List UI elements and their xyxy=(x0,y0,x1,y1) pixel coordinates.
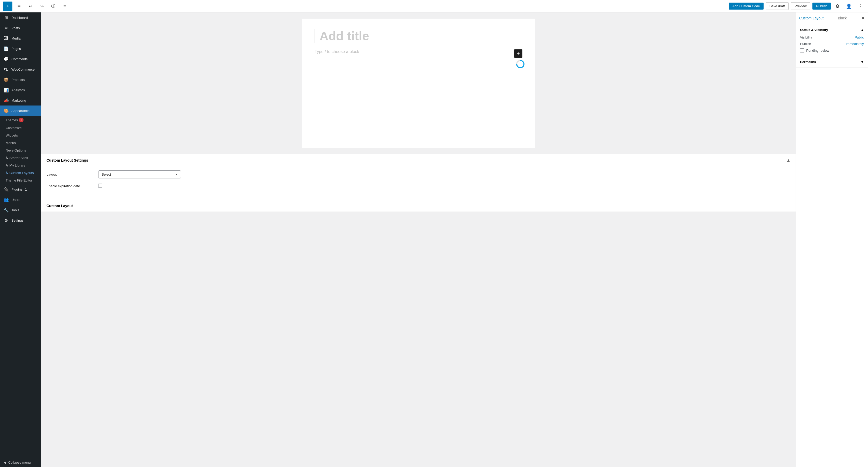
sidebar-item-label: Products xyxy=(11,78,25,82)
sidebar-item-comments[interactable]: 💬 Comments xyxy=(0,54,41,64)
sidebar: ⊞ Dashboard ✏ Posts 🖼 Media 📄 Pages 💬 Co… xyxy=(0,12,41,467)
tab-custom-layout[interactable]: Custom Layout xyxy=(796,12,827,24)
posts-icon: ✏ xyxy=(4,25,9,30)
editor-content-area[interactable]: Type / to choose a block + xyxy=(315,49,522,54)
close-right-panel-button[interactable]: ✕ xyxy=(858,12,868,24)
pending-review-label: Pending review xyxy=(806,49,829,53)
expiration-row: Enable expiration date xyxy=(46,183,790,188)
add-block-inline-button[interactable]: + xyxy=(514,49,522,58)
sidebar-item-label: Comments xyxy=(11,57,28,61)
publish-meta-label: Publish xyxy=(800,42,811,46)
sidebar-item-analytics[interactable]: 📊 Analytics xyxy=(0,85,41,95)
more-options-button[interactable]: ⋮ xyxy=(856,2,865,11)
sidebar-sub-item-customize[interactable]: Customize xyxy=(0,124,41,132)
expiration-checkbox[interactable] xyxy=(98,183,102,188)
undo-button[interactable]: ↩ xyxy=(26,2,35,11)
plugins-badge: 1 xyxy=(25,187,27,191)
sidebar-sub-item-themes[interactable]: Themes 1 xyxy=(0,116,41,124)
media-icon: 🖼 xyxy=(4,36,9,41)
sidebar-item-appearance[interactable]: 🎨 Appearance xyxy=(0,106,41,116)
sidebar-item-label: Dashboard xyxy=(11,16,28,20)
custom-layout-settings-panel: Custom Layout Settings ▲ Layout Select H… xyxy=(41,154,796,200)
publish-meta-value[interactable]: Immediately xyxy=(846,42,864,46)
editor-area: Add title Type / to choose a block + Cus… xyxy=(41,12,796,467)
sidebar-item-settings[interactable]: ⚙ Settings xyxy=(0,215,41,226)
neve-options-label: Neve Options xyxy=(6,148,26,152)
save-draft-button[interactable]: Save draft xyxy=(766,2,788,10)
sidebar-sub-item-neve-options[interactable]: Neve Options xyxy=(0,147,41,154)
pages-icon: 📄 xyxy=(4,46,9,51)
chevron-up-icon: ▲ xyxy=(786,158,790,163)
tools-icon: 🔧 xyxy=(4,207,9,212)
right-panel: Custom Layout Block ✕ Status & visibilit… xyxy=(796,12,868,467)
sidebar-item-dashboard[interactable]: ⊞ Dashboard xyxy=(0,12,41,23)
add-custom-code-button[interactable]: Add Custom Code xyxy=(729,3,764,9)
sidebar-item-plugins[interactable]: 🔌 Plugins 1 xyxy=(0,184,41,195)
visibility-value[interactable]: Public xyxy=(855,35,864,39)
analytics-icon: 📊 xyxy=(4,87,9,93)
preview-button[interactable]: Preview xyxy=(791,2,810,10)
sidebar-item-label: Plugins xyxy=(11,187,23,191)
my-library-label: ↳ My Library xyxy=(6,164,25,167)
sidebar-item-label: Media xyxy=(11,36,21,40)
list-view-button[interactable]: ≡ xyxy=(60,2,69,11)
status-visibility-title: Status & visibility xyxy=(800,28,828,32)
content-area: Add title Type / to choose a block + Cus… xyxy=(41,12,868,467)
status-visibility-section: Status & visibility ▲ Visibility Public … xyxy=(796,24,868,56)
sidebar-item-label: WooCommerce xyxy=(11,67,35,71)
redo-button[interactable]: ↪ xyxy=(37,2,46,11)
custom-layout-section-title: Custom Layout xyxy=(46,204,73,208)
sidebar-item-posts[interactable]: ✏ Posts xyxy=(0,23,41,33)
chevron-down-icon: ▼ xyxy=(861,60,864,64)
sidebar-item-media[interactable]: 🖼 Media xyxy=(0,33,41,43)
sidebar-item-pages[interactable]: 📄 Pages xyxy=(0,43,41,54)
appearance-submenu: Themes 1 Customize Widgets Menus Neve Op… xyxy=(0,116,41,184)
sidebar-item-marketing[interactable]: 📣 Marketing xyxy=(0,95,41,106)
spinner-inner xyxy=(517,61,523,67)
main-layout: ⊞ Dashboard ✏ Posts 🖼 Media 📄 Pages 💬 Co… xyxy=(0,12,868,467)
sidebar-item-label: Marketing xyxy=(11,98,26,103)
sidebar-item-tools[interactable]: 🔧 Tools xyxy=(0,205,41,215)
add-block-toolbar-button[interactable]: + xyxy=(3,2,12,11)
layout-control-wrap: Select Header Footer Hooks Single Post A… xyxy=(98,170,790,178)
spinner-circle xyxy=(516,60,524,68)
visibility-row: Visibility Public xyxy=(800,35,864,39)
permalink-title: Permalink xyxy=(800,60,816,64)
settings-icon-button[interactable]: ⚙ xyxy=(833,2,842,11)
editor-title-placeholder[interactable]: Add title xyxy=(319,29,522,43)
customize-label: Customize xyxy=(6,126,22,130)
sidebar-sub-item-starter-sites[interactable]: ↳ Starter Sites xyxy=(0,154,41,162)
tab-block[interactable]: Block xyxy=(827,12,858,24)
edit-mode-button[interactable]: ✏ xyxy=(14,2,24,11)
sidebar-sub-item-menus[interactable]: Menus xyxy=(0,139,41,147)
sidebar-sub-item-my-library[interactable]: ↳ My Library xyxy=(0,162,41,169)
pending-review-checkbox[interactable] xyxy=(800,48,804,53)
sidebar-sub-item-widgets[interactable]: Widgets xyxy=(0,132,41,139)
products-icon: 📦 xyxy=(4,77,9,82)
sidebar-sub-item-custom-layouts[interactable]: ↳ Custom Layouts xyxy=(0,169,41,177)
collapse-menu-button[interactable]: ◀ Collapse menu xyxy=(0,458,41,467)
sidebar-sub-item-theme-file-editor[interactable]: Theme File Editor xyxy=(0,177,41,184)
permalink-header[interactable]: Permalink ▼ xyxy=(796,56,868,67)
dashboard-icon: ⊞ xyxy=(4,15,9,20)
info-button[interactable]: ⓘ xyxy=(49,2,58,11)
collapse-icon: ◀ xyxy=(4,461,6,464)
widgets-label: Widgets xyxy=(6,134,18,137)
status-visibility-header[interactable]: Status & visibility ▲ xyxy=(796,24,868,35)
plugins-icon: 🔌 xyxy=(4,187,9,192)
layout-select[interactable]: Select Header Footer Hooks Single Post A… xyxy=(98,170,181,178)
starter-sites-label: ↳ Starter Sites xyxy=(6,156,28,160)
user-icon-button[interactable]: 👤 xyxy=(844,2,854,11)
sidebar-item-woocommerce[interactable]: 🛍 WooCommerce xyxy=(0,64,41,75)
custom-layout-settings-header[interactable]: Custom Layout Settings ▲ xyxy=(41,154,796,166)
editor-title-area[interactable]: Add title xyxy=(315,29,522,43)
marketing-icon: 📣 xyxy=(4,98,9,103)
sidebar-item-products[interactable]: 📦 Products xyxy=(0,75,41,85)
expiration-label: Enable expiration date xyxy=(46,184,93,188)
right-panel-tabs: Custom Layout Block ✕ xyxy=(796,12,868,24)
woocommerce-icon: 🛍 xyxy=(4,67,9,72)
sidebar-item-users[interactable]: 👥 Users xyxy=(0,195,41,205)
status-visibility-content: Visibility Public Publish Immediately Pe… xyxy=(796,35,868,56)
publish-button[interactable]: Publish xyxy=(812,3,831,9)
menus-label: Menus xyxy=(6,141,16,145)
